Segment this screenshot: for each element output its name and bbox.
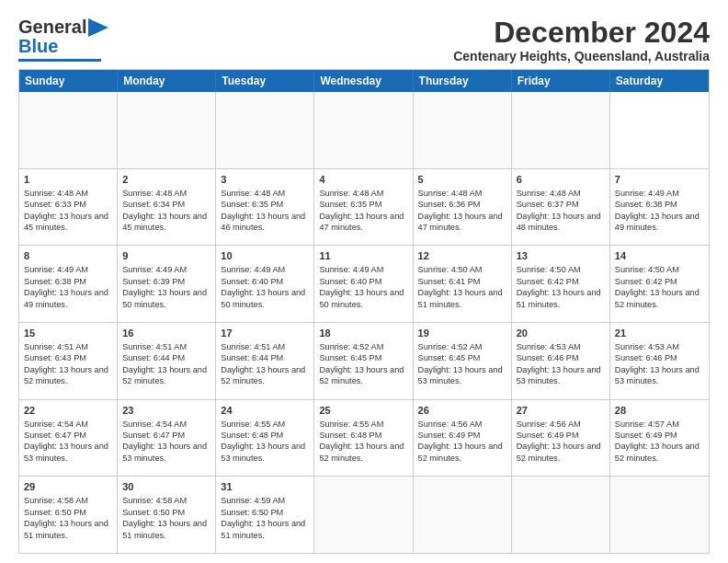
week-2: 1Sunrise: 4:48 AMSunset: 6:33 PMDaylight… (19, 168, 709, 246)
sunset-text: Sunset: 6:49 PM (418, 431, 481, 440)
daylight-text: Daylight: 13 hours and 52 minutes. (418, 442, 503, 462)
subtitle: Centenary Heights, Queensland, Australia (453, 49, 710, 63)
sunrise-text: Sunrise: 4:56 AM (517, 419, 581, 429)
sunrise-text: Sunrise: 4:49 AM (24, 265, 88, 274)
cell-w4-d3: 17Sunrise: 4:51 AMSunset: 6:44 PMDayligh… (216, 323, 314, 399)
sunrise-text: Sunrise: 4:50 AM (418, 265, 483, 274)
day-number: 29 (24, 480, 112, 494)
cell-w6-d2: 30Sunrise: 4:58 AMSunset: 6:50 PMDayligh… (118, 477, 216, 553)
day-number: 11 (319, 249, 407, 263)
day-number: 25 (319, 404, 407, 418)
daylight-text: Daylight: 13 hours and 51 minutes. (517, 288, 601, 308)
day-number: 13 (517, 249, 605, 263)
cell-w2-d3: 3Sunrise: 4:48 AMSunset: 6:35 PMDaylight… (216, 169, 314, 246)
week-6: 29Sunrise: 4:58 AMSunset: 6:50 PMDayligh… (19, 476, 709, 553)
cell-w3-d4: 11Sunrise: 4:49 AMSunset: 6:40 PMDayligh… (314, 246, 413, 322)
sunset-text: Sunset: 6:50 PM (122, 508, 185, 517)
cell-w2-d2: 2Sunrise: 4:48 AMSunset: 6:34 PMDaylight… (118, 169, 216, 246)
sunset-text: Sunset: 6:45 PM (319, 353, 381, 362)
cell-w5-d6: 27Sunrise: 4:56 AMSunset: 6:49 PMDayligh… (512, 400, 610, 477)
sunset-text: Sunset: 6:35 PM (319, 200, 381, 209)
sunrise-text: Sunrise: 4:53 AM (615, 342, 679, 351)
sunrise-text: Sunrise: 4:56 AM (418, 419, 483, 429)
cell-w1-d7 (610, 92, 709, 168)
day-number: 14 (615, 249, 704, 263)
cell-w3-d1: 8Sunrise: 4:49 AMSunset: 6:38 PMDaylight… (19, 246, 118, 322)
header-monday: Monday (118, 70, 216, 92)
cell-w6-d1: 29Sunrise: 4:58 AMSunset: 6:50 PMDayligh… (19, 477, 118, 553)
cell-w2-d1: 1Sunrise: 4:48 AMSunset: 6:33 PMDaylight… (19, 169, 118, 246)
sunrise-text: Sunrise: 4:54 AM (122, 419, 187, 429)
cell-w1-d2 (118, 92, 216, 168)
cell-w5-d5: 26Sunrise: 4:56 AMSunset: 6:49 PMDayligh… (414, 400, 512, 477)
day-number: 28 (615, 404, 704, 418)
sunrise-text: Sunrise: 4:49 AM (615, 189, 679, 198)
daylight-text: Daylight: 13 hours and 50 minutes. (221, 288, 305, 308)
cell-w1-d1 (19, 92, 118, 168)
cell-w1-d6 (512, 92, 610, 168)
cell-w2-d4: 4Sunrise: 4:48 AMSunset: 6:35 PMDaylight… (314, 169, 413, 246)
daylight-text: Daylight: 13 hours and 53 minutes. (122, 442, 207, 462)
sunrise-text: Sunrise: 4:55 AM (319, 419, 383, 429)
day-number: 23 (122, 404, 210, 418)
daylight-text: Daylight: 13 hours and 52 minutes. (122, 365, 207, 385)
week-5: 22Sunrise: 4:54 AMSunset: 6:47 PMDayligh… (19, 399, 709, 477)
cell-w6-d6 (512, 477, 610, 553)
daylight-text: Daylight: 13 hours and 50 minutes. (122, 288, 207, 308)
sunrise-text: Sunrise: 4:51 AM (24, 342, 88, 351)
cell-w1-d5 (414, 92, 512, 168)
cell-w6-d5 (414, 477, 512, 553)
daylight-text: Daylight: 13 hours and 50 minutes. (319, 288, 404, 308)
sunrise-text: Sunrise: 4:58 AM (122, 496, 187, 505)
sunrise-text: Sunrise: 4:54 AM (24, 419, 88, 429)
daylight-text: Daylight: 13 hours and 51 minutes. (122, 519, 207, 539)
day-number: 17 (221, 327, 309, 340)
day-number: 3 (221, 173, 309, 187)
main-title: December 2024 (453, 17, 710, 49)
sunrise-text: Sunrise: 4:49 AM (221, 265, 285, 274)
sunset-text: Sunset: 6:48 PM (221, 431, 283, 440)
day-number: 15 (24, 327, 112, 340)
logo: General Blue (18, 17, 108, 62)
page: General Blue December 2024 Centenary Hei… (0, 0, 728, 563)
cell-w3-d7: 14Sunrise: 4:50 AMSunset: 6:42 PMDayligh… (610, 246, 709, 322)
header-sunday: Sunday (19, 70, 118, 92)
logo-general: General (18, 17, 86, 38)
day-number: 31 (221, 480, 309, 494)
cell-w6-d3: 31Sunrise: 4:59 AMSunset: 6:50 PMDayligh… (216, 477, 314, 553)
day-number: 4 (319, 173, 407, 187)
sunrise-text: Sunrise: 4:52 AM (319, 342, 383, 351)
daylight-text: Daylight: 13 hours and 48 minutes. (517, 212, 601, 232)
sunrise-text: Sunrise: 4:48 AM (418, 189, 483, 198)
day-number: 24 (221, 404, 309, 418)
header: General Blue December 2024 Centenary Hei… (18, 17, 710, 63)
day-number: 1 (24, 173, 112, 187)
sunset-text: Sunset: 6:36 PM (418, 200, 481, 209)
sunrise-text: Sunrise: 4:48 AM (319, 189, 383, 198)
header-friday: Friday (512, 70, 610, 92)
week-1 (19, 92, 709, 168)
sunset-text: Sunset: 6:46 PM (615, 353, 677, 362)
sunset-text: Sunset: 6:40 PM (221, 277, 283, 286)
day-number: 21 (615, 327, 704, 340)
sunrise-text: Sunrise: 4:49 AM (122, 265, 187, 274)
daylight-text: Daylight: 13 hours and 52 minutes. (24, 365, 108, 385)
day-number: 19 (418, 327, 506, 340)
cell-w6-d7 (610, 477, 709, 553)
sunset-text: Sunset: 6:44 PM (221, 353, 283, 362)
daylight-text: Daylight: 13 hours and 45 minutes. (122, 212, 207, 232)
svg-marker-0 (88, 18, 108, 37)
day-number: 20 (517, 327, 605, 340)
week-4: 15Sunrise: 4:51 AMSunset: 6:43 PMDayligh… (19, 322, 709, 399)
header-tuesday: Tuesday (216, 70, 314, 92)
cell-w5-d7: 28Sunrise: 4:57 AMSunset: 6:49 PMDayligh… (610, 400, 709, 477)
sunrise-text: Sunrise: 4:53 AM (517, 342, 581, 351)
sunrise-text: Sunrise: 4:51 AM (122, 342, 187, 351)
cell-w6-d4 (314, 477, 413, 553)
sunset-text: Sunset: 6:42 PM (517, 277, 579, 286)
cell-w5-d2: 23Sunrise: 4:54 AMSunset: 6:47 PMDayligh… (118, 400, 216, 477)
sunset-text: Sunset: 6:38 PM (24, 277, 86, 286)
sunrise-text: Sunrise: 4:57 AM (615, 419, 679, 429)
sunset-text: Sunset: 6:46 PM (517, 353, 579, 362)
daylight-text: Daylight: 13 hours and 53 minutes. (517, 365, 601, 385)
